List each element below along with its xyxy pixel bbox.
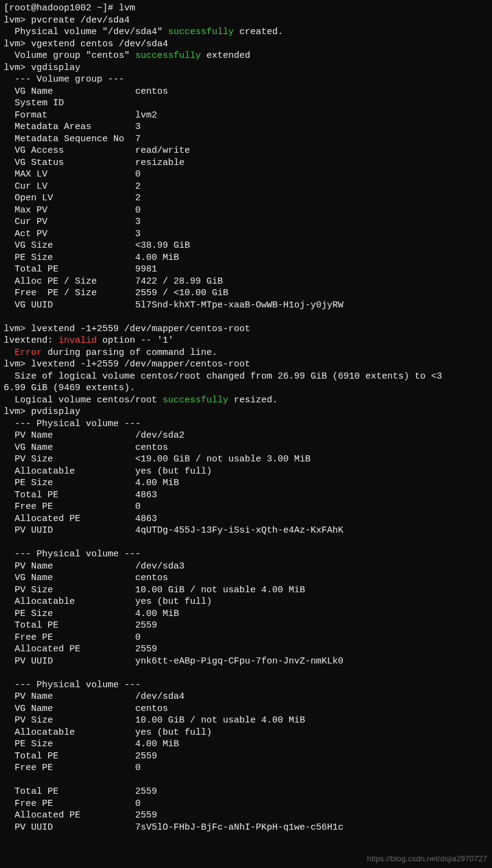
output-line: Allocatable yes (but full) (4, 727, 488, 739)
output-line: Allocated PE 2559 (4, 643, 488, 656)
output-line: Allocatable yes (but full) (4, 596, 488, 608)
output-line: VG Size <38.99 GiB (4, 240, 488, 252)
output-line: --- Volume group --- (4, 74, 488, 86)
error-line: Error during parsing of command line. (4, 347, 488, 359)
output-line: PV Name /dev/sda2 (4, 430, 488, 442)
output-line: Alloc PE / Size 7422 / 28.99 GiB (4, 276, 488, 288)
output-line: Free PE 0 (4, 798, 488, 810)
output-line: PE Size 4.00 MiB (4, 738, 488, 751)
output-line: Volume group "centos" successfully exten… (4, 50, 488, 62)
output-line: 6.99 GiB (9469 extents). (4, 382, 488, 394)
output-line: Format lvm2 (4, 110, 488, 122)
lvm-line[interactable]: lvm> lvextend -l+2559 /dev/mapper/centos… (4, 359, 488, 371)
output-line: Total PE 9981 (4, 264, 488, 276)
output-line: Free PE 0 (4, 762, 488, 774)
output-line: PV UUID 4qUTDg-455J-13Fy-iSsi-xQth-e4Az-… (4, 525, 488, 537)
output-line: Logical volume centos/root successfully … (4, 394, 488, 407)
blank-line (4, 774, 488, 786)
lvm-line[interactable]: lvm> vgdisplay (4, 62, 488, 74)
blank-line (4, 311, 488, 323)
output-line: Allocated PE 4863 (4, 513, 488, 525)
output-line: Total PE 2559 (4, 620, 488, 632)
output-line: Metadata Sequence No 7 (4, 133, 488, 145)
lvm-line[interactable]: lvm> lvextend -1+2559 /dev/mapper/centos… (4, 323, 488, 335)
output-line: Total PE 4863 (4, 489, 488, 502)
output-line: Free PE 0 (4, 632, 488, 644)
blank-line (4, 537, 488, 549)
terminal-output: [root@hadoop1002 ~]# lvm lvm> pvcreate /… (4, 2, 488, 833)
output-line: MAX LV 0 (4, 169, 488, 181)
output-line: VG Access read/write (4, 145, 488, 157)
output-line: Max PV 0 (4, 205, 488, 217)
lvm-line[interactable]: lvm> vgextend centos /dev/sda4 (4, 38, 488, 51)
output-line: VG Name centos (4, 703, 488, 715)
output-line: PV Name /dev/sda3 (4, 561, 488, 573)
output-line: PE Size 4.00 MiB (4, 252, 488, 264)
output-line: PV Name /dev/sda4 (4, 691, 488, 703)
output-line: VG Name centos (4, 442, 488, 454)
output-line: Physical volume "/dev/sda4" successfully… (4, 26, 488, 38)
output-line: Total PE 2559 (4, 786, 488, 798)
output-line: PV Size <19.00 GiB / not usable 3.00 MiB (4, 453, 488, 466)
output-line: Cur PV 3 (4, 216, 488, 228)
output-line: --- Physical volume --- (4, 679, 488, 691)
output-line: PV Size 10.00 GiB / not usable 4.00 MiB (4, 715, 488, 727)
output-line: Open LV 2 (4, 192, 488, 205)
output-line: Allocated PE 2559 (4, 810, 488, 822)
shell-line[interactable]: [root@hadoop1002 ~]# lvm (4, 2, 488, 15)
blank-line (4, 667, 488, 679)
output-line: Metadata Areas 3 (4, 121, 488, 133)
lvm-line[interactable]: lvm> pvdisplay (4, 406, 488, 418)
output-line: Total PE 2559 (4, 751, 488, 763)
error-line: lvextend: invalid option -- '1' (4, 335, 488, 347)
output-line: Free PE 0 (4, 501, 488, 513)
output-line: Size of logical volume centos/root chang… (4, 371, 488, 383)
output-line: Cur LV 2 (4, 181, 488, 193)
output-line: Free PE / Size 2559 / <10.00 GiB (4, 287, 488, 299)
output-line: PV Size 10.00 GiB / not usable 4.00 MiB (4, 584, 488, 597)
lvm-line[interactable]: lvm> pvcreate /dev/sda4 (4, 15, 488, 27)
output-line: PV UUID ynk6tt-eABp-Pigq-CFpu-7fon-JnvZ-… (4, 656, 488, 668)
output-line: PE Size 4.00 MiB (4, 477, 488, 489)
output-line: Act PV 3 (4, 228, 488, 240)
output-line: VG Name centos (4, 572, 488, 584)
output-line: System ID (4, 97, 488, 110)
output-line: VG Status resizable (4, 157, 488, 169)
output-line: --- Physical volume --- (4, 418, 488, 430)
output-line: PV UUID 7sV5lO-FHbJ-BjFc-aNhI-PKpH-q1we-… (4, 822, 488, 834)
output-line: VG Name centos (4, 86, 488, 98)
output-line: Allocatable yes (but full) (4, 466, 488, 478)
output-line: PE Size 4.00 MiB (4, 608, 488, 620)
output-line: VG UUID 5l7Snd-khXT-MTpe-xaaB-OwWB-H1oj-… (4, 299, 488, 312)
output-line: --- Physical volume --- (4, 548, 488, 561)
